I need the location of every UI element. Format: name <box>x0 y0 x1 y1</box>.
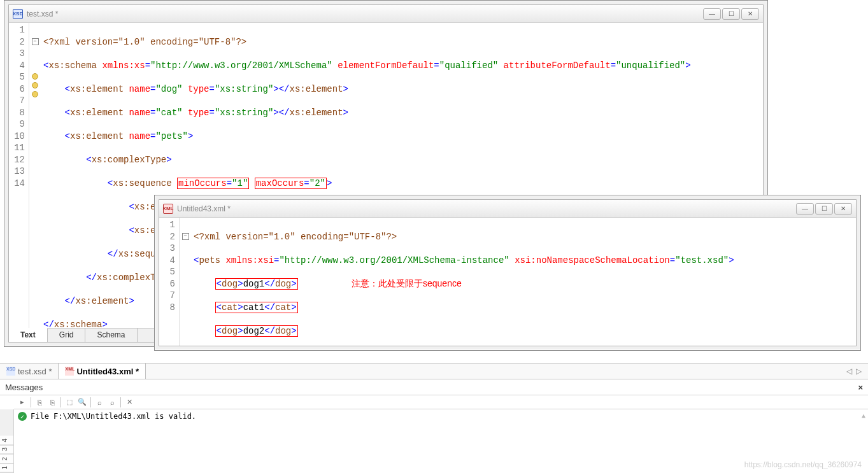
maximize-button[interactable]: ☐ <box>815 203 833 215</box>
file-tabs: XSD test.xsd * XML Untitled43.xml * ◁ ▷ <box>0 363 868 379</box>
messages-side-tabs: 1 2 3 4 <box>0 409 14 473</box>
line-gutter: 1 2 3 4 5 6 7 8 <box>159 218 180 346</box>
highlight-maxoccurs: maxOccurs="2" <box>255 178 327 189</box>
window-title: test.xsd * <box>27 10 703 18</box>
code-editor-xml[interactable]: 1 2 3 4 5 6 7 8 − <?xml version="1.0" en… <box>159 218 856 346</box>
line-gutter: 1 2 3 4 5 6 7 8 9 10 11 12 13 14 <box>9 23 29 328</box>
toolbar-find-icon[interactable]: ⬚ <box>64 397 75 408</box>
side-tab[interactable]: 4 <box>0 436 13 446</box>
toolbar-filter-icon[interactable]: ⌕ <box>106 397 118 408</box>
file-tab-xsd[interactable]: XSD test.xsd * <box>0 364 59 379</box>
toolbar-copy-icon[interactable]: ⎘ <box>46 397 58 408</box>
highlight-element: <dog>dog1</dog> <box>215 278 298 290</box>
close-button[interactable]: ✕ <box>834 203 852 215</box>
toolbar-action-icon[interactable]: ▸ <box>17 397 28 408</box>
fold-gutter: − <box>29 23 41 328</box>
fold-gutter: − <box>180 218 191 346</box>
side-tab[interactable]: 3 <box>0 445 13 455</box>
titlebar-xsd[interactable]: XSD test.xsd * — ☐ ✕ <box>9 5 763 23</box>
fold-marker-icon[interactable] <box>32 82 38 88</box>
xsd-icon: XSD <box>6 367 15 376</box>
fold-toggle-icon[interactable]: − <box>32 38 39 45</box>
window-title: Untitled43.xml * <box>177 204 796 213</box>
tab-schema[interactable]: Schema <box>85 328 137 342</box>
toolbar-copy-icon[interactable]: ⎘ <box>34 397 45 408</box>
titlebar-xml[interactable]: XML Untitled43.xml * — ☐ ✕ <box>159 200 856 218</box>
highlight-element: <cat>cat1</cat> <box>215 302 298 313</box>
messages-title: Messages <box>5 383 43 392</box>
messages-panel: Messages × ▸ ⎘ ⎘ ⬚ 🔍 ⌕ ⌕ ✕ 1 2 3 4 ✓ Fil… <box>0 380 868 473</box>
xml-icon: XML <box>65 367 74 376</box>
annotation-text: 注意：此处受限于sequence <box>352 278 462 290</box>
fold-marker-icon[interactable] <box>32 91 38 97</box>
validation-message: File F:\XML\Untitled43.xml is valid. <box>31 412 196 421</box>
file-tab-xml[interactable]: XML Untitled43.xml * <box>59 364 146 379</box>
check-icon: ✓ <box>18 412 27 421</box>
messages-content: ✓ File F:\XML\Untitled43.xml is valid. ▲ <box>14 409 868 473</box>
xml-icon: XML <box>163 204 173 214</box>
scroll-up-icon[interactable]: ▲ <box>862 412 865 419</box>
maximize-button[interactable]: ☐ <box>722 8 740 20</box>
toolbar-search-icon[interactable]: 🔍 <box>76 397 88 408</box>
toolbar-filter-icon[interactable]: ⌕ <box>94 397 105 408</box>
messages-header: Messages × <box>0 380 868 395</box>
messages-toolbar: ▸ ⎘ ⎘ ⬚ 🔍 ⌕ ⌕ ✕ <box>14 395 868 409</box>
tab-text[interactable]: Text <box>9 328 48 342</box>
tab-grid[interactable]: Grid <box>48 328 86 342</box>
code-content[interactable]: <?xml version="1.0" encoding="UTF-8"?> <… <box>191 218 856 346</box>
side-tab[interactable]: 1 <box>0 463 13 473</box>
side-tab[interactable]: 2 <box>0 455 13 464</box>
editor-window-xml: XML Untitled43.xml * — ☐ ✕ 1 2 3 4 5 6 7… <box>154 195 861 351</box>
close-button[interactable]: ✕ <box>741 8 759 20</box>
toolbar-clear-icon[interactable]: ✕ <box>124 397 135 408</box>
minimize-button[interactable]: — <box>703 8 721 20</box>
highlight-minoccurs: minOccurs="1" <box>177 178 249 189</box>
fold-toggle-icon[interactable]: − <box>182 233 189 240</box>
nav-next-icon[interactable]: ▷ <box>856 367 862 376</box>
fold-marker-icon[interactable] <box>32 73 38 80</box>
xsd-icon: XSD <box>13 9 23 19</box>
highlight-element: <dog>dog2</dog> <box>215 325 298 337</box>
minimize-button[interactable]: — <box>796 203 814 215</box>
nav-prev-icon[interactable]: ◁ <box>846 367 852 376</box>
close-icon[interactable]: × <box>858 383 863 392</box>
